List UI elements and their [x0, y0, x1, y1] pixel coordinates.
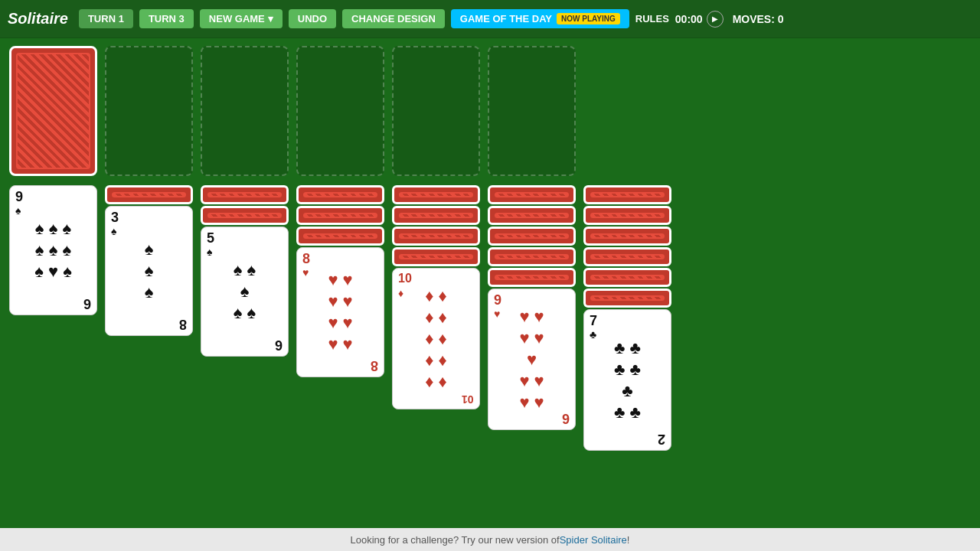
- card-facedown-col6-3: [488, 227, 576, 246]
- card-facedown-col4-1: [296, 185, 384, 204]
- card-facedown-col5-3: [392, 227, 480, 246]
- card-facedown-col5-4: [392, 247, 480, 266]
- turn3-button[interactable]: TURN 3: [139, 9, 194, 28]
- card-facedown-col7-6: [583, 289, 671, 308]
- card-facedown-col6-1: [488, 185, 576, 204]
- card-facedown-col7-2: [583, 206, 671, 225]
- chevron-down-icon: ▾: [268, 13, 273, 24]
- foundation-4: [488, 46, 576, 176]
- moves-display: MOVES: 0: [733, 13, 784, 25]
- column-7: 7 ♣ ♣ ♣ ♣ ♣ ♣ ♣ ♣ 2: [583, 185, 671, 451]
- card-facedown-col5-1: [392, 185, 480, 204]
- timer-area: 00:00 ▶: [675, 11, 724, 28]
- card-9-hearts[interactable]: 9 ♥ ♥ ♥ ♥ ♥ ♥ ♥ ♥ ♥ ♥ 6: [488, 289, 576, 430]
- top-row: [9, 46, 971, 176]
- card-facedown-col6-5: [488, 268, 576, 287]
- game-of-day-label: GAME OF THE DAY: [460, 13, 552, 24]
- card-10-diamonds[interactable]: 10 ♦ ♦ ♦ ♦ ♦ ♦ ♦ ♦ ♦ ♦ ♦ 01: [392, 268, 480, 409]
- empty-slot-1: [105, 46, 193, 176]
- card-facedown-col3-2: [201, 206, 289, 225]
- foundation-1: [201, 46, 289, 176]
- now-playing-badge: NOW PLAYING: [557, 13, 620, 24]
- card-7-clubs[interactable]: 7 ♣ ♣ ♣ ♣ ♣ ♣ ♣ ♣ 2: [583, 309, 671, 451]
- timer-display: 00:00: [675, 13, 703, 25]
- spider-solitaire-link[interactable]: Spider Solitaire: [560, 534, 627, 546]
- app-logo: Solitaire: [8, 10, 68, 28]
- card-9-spades[interactable]: 9 ♠ ♠ ♠ ♠ ♠ ♠ ♠ ♠ ♥ ♠ 6: [9, 185, 97, 315]
- card-facedown-col2: [105, 185, 193, 204]
- card-8-hearts[interactable]: 8 ♥ ♥ ♥ ♥ ♥ ♥ ♥ ♥ ♥ 8: [296, 247, 384, 377]
- toolbar: Solitaire TURN 1 TURN 3 NEW GAME ▾ UNDO …: [0, 0, 980, 38]
- card-facedown-col7-5: [583, 268, 671, 287]
- card-3-spades[interactable]: 3 ♠ ♠ ♠ ♠ 8: [105, 206, 193, 336]
- card-5-spades[interactable]: 5 ♠ ♠ ♠ ♠ ♠ ♠ 6: [201, 227, 289, 357]
- footer-suffix: !: [627, 534, 630, 546]
- card-facedown-col4-3: [296, 227, 384, 246]
- card-facedown-col5-2: [392, 206, 480, 225]
- change-design-button[interactable]: CHANGE DESIGN: [342, 9, 445, 28]
- column-4: 8 ♥ ♥ ♥ ♥ ♥ ♥ ♥ ♥ ♥ 8: [296, 185, 384, 451]
- columns-row: 9 ♠ ♠ ♠ ♠ ♠ ♠ ♠ ♠ ♥ ♠ 6 3 ♠ ♠ ♠: [9, 185, 971, 451]
- card-facedown-col7-1: [583, 185, 671, 204]
- new-game-label: NEW GAME: [209, 13, 265, 24]
- bottom-bar: Looking for a challenge? Try our new ver…: [0, 528, 980, 551]
- game-of-day-button[interactable]: GAME OF THE DAY NOW PLAYING: [451, 9, 629, 28]
- card-facedown-col6-2: [488, 206, 576, 225]
- stock-pile[interactable]: [9, 46, 97, 176]
- game-area: 9 ♠ ♠ ♠ ♠ ♠ ♠ ♠ ♠ ♥ ♠ 6 3 ♠ ♠ ♠: [0, 38, 980, 528]
- column-3: 5 ♠ ♠ ♠ ♠ ♠ ♠ 6: [201, 185, 289, 451]
- foundation-2: [296, 46, 384, 176]
- card-facedown-col3-1: [201, 185, 289, 204]
- footer-text: Looking for a challenge? Try our new ver…: [351, 534, 560, 546]
- column-6: 9 ♥ ♥ ♥ ♥ ♥ ♥ ♥ ♥ ♥ ♥ 6: [488, 185, 576, 451]
- card-facedown-col6-4: [488, 247, 576, 266]
- card-facedown-col7-3: [583, 227, 671, 246]
- new-game-button[interactable]: NEW GAME ▾: [200, 9, 283, 28]
- column-2: 3 ♠ ♠ ♠ ♠ 8: [105, 185, 193, 451]
- play-pause-button[interactable]: ▶: [707, 11, 724, 28]
- rules-button[interactable]: RULES: [635, 13, 669, 24]
- foundation-3: [392, 46, 480, 176]
- card-facedown-col7-4: [583, 247, 671, 266]
- column-5: 10 ♦ ♦ ♦ ♦ ♦ ♦ ♦ ♦ ♦ ♦ ♦ 01: [392, 185, 480, 451]
- card-facedown-col4-2: [296, 206, 384, 225]
- undo-button[interactable]: UNDO: [289, 9, 336, 28]
- column-1: 9 ♠ ♠ ♠ ♠ ♠ ♠ ♠ ♠ ♥ ♠ 6: [9, 185, 97, 451]
- turn1-button[interactable]: TURN 1: [79, 9, 133, 28]
